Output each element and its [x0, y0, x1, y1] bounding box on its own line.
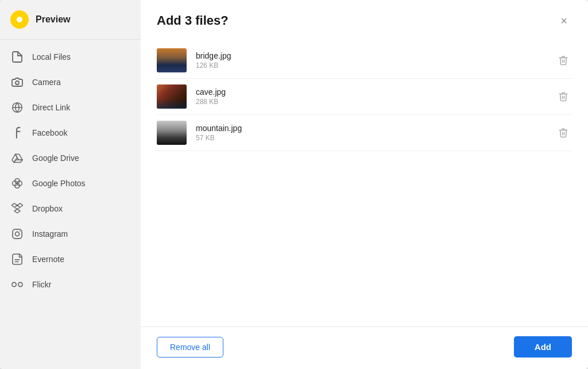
sidebar-header: Preview: [0, 0, 141, 40]
svg-marker-10: [14, 205, 20, 213]
sidebar-title: Preview: [36, 14, 70, 25]
file-item: cave.jpg 288 KB: [157, 79, 572, 115]
sidebar-item-dropbox[interactable]: Dropbox: [0, 196, 141, 221]
sidebar-item-label: Dropbox: [32, 204, 63, 213]
mountain-thumbnail-image: [157, 121, 187, 145]
bridge-thumbnail-image: [157, 48, 187, 72]
logo-dot: [17, 17, 22, 22]
sidebar-item-label: Facebook: [32, 128, 67, 137]
flickr-icon: [10, 278, 24, 291]
dialog: Preview Local Files: [0, 0, 588, 369]
svg-point-13: [20, 230, 21, 232]
sidebar-item-label: Flickr: [32, 280, 51, 289]
file-size: 288 KB: [196, 98, 548, 106]
file-list: bridge.jpg 126 KB: [141, 38, 588, 326]
sidebar-item-label: Google Drive: [32, 153, 79, 163]
file-info: cave.jpg 288 KB: [196, 87, 548, 106]
sidebar-item-local-files[interactable]: Local Files: [0, 44, 141, 70]
dialog-title: Add 3 files?: [157, 13, 229, 28]
svg-point-16: [12, 282, 16, 286]
google-drive-icon: [10, 151, 24, 165]
google-photos-icon: [10, 176, 24, 190]
sidebar-item-facebook[interactable]: Facebook: [0, 120, 141, 145]
file-thumbnail: [157, 48, 187, 72]
svg-point-17: [18, 282, 22, 286]
file-item: mountain.jpg 57 KB: [157, 115, 572, 151]
svg-rect-11: [13, 229, 22, 239]
delete-file-button[interactable]: [555, 88, 572, 105]
sidebar-item-instagram[interactable]: Instagram: [0, 221, 141, 247]
svg-marker-5: [14, 160, 22, 162]
file-name: cave.jpg: [196, 87, 548, 97]
sidebar-item-flickr[interactable]: Flickr: [0, 272, 141, 297]
file-info: mountain.jpg 57 KB: [196, 124, 548, 142]
cave-thumbnail-image: [157, 84, 187, 109]
instagram-icon: [10, 227, 24, 241]
sidebar-item-label: Local Files: [32, 52, 71, 62]
svg-point-0: [16, 81, 19, 84]
sidebar-item-label: Direct Link: [32, 103, 70, 112]
dropbox-icon: [10, 202, 24, 216]
sidebar-item-label: Camera: [32, 78, 61, 87]
delete-file-button[interactable]: [555, 52, 572, 69]
file-size: 57 KB: [196, 134, 548, 142]
camera-icon: [10, 75, 24, 89]
file-item: bridge.jpg 126 KB: [157, 43, 572, 79]
sidebar-item-google-drive[interactable]: Google Drive: [0, 145, 141, 171]
sidebar-item-direct-link[interactable]: Direct Link: [0, 95, 141, 120]
link-icon: [10, 101, 24, 114]
file-name: mountain.jpg: [196, 124, 548, 133]
sidebar-item-label: Instagram: [32, 229, 68, 239]
delete-file-button[interactable]: [555, 124, 572, 141]
trash-icon: [558, 55, 568, 66]
file-thumbnail: [157, 84, 187, 109]
trash-icon: [558, 128, 568, 138]
add-button[interactable]: Add: [514, 336, 572, 358]
file-name: bridge.jpg: [196, 51, 548, 60]
sidebar-item-label: Google Photos: [32, 179, 86, 188]
facebook-icon: [10, 126, 24, 140]
close-button[interactable]: ×: [556, 13, 572, 29]
dialog-footer: Remove all Add: [141, 326, 588, 369]
file-icon: [10, 50, 24, 64]
sidebar-nav: Local Files Camera: [0, 40, 141, 369]
sidebar-item-google-photos[interactable]: Google Photos: [0, 171, 141, 196]
remove-all-button[interactable]: Remove all: [157, 337, 223, 358]
file-size: 126 KB: [196, 62, 548, 70]
svg-point-12: [15, 232, 19, 236]
app-logo: [10, 10, 29, 29]
evernote-icon: [10, 252, 24, 266]
trash-icon: [558, 91, 568, 102]
sidebar-item-label: Evernote: [32, 255, 64, 264]
sidebar: Preview Local Files: [0, 0, 141, 369]
file-thumbnail: [157, 121, 187, 145]
sidebar-item-camera[interactable]: Camera: [0, 70, 141, 95]
file-info: bridge.jpg 126 KB: [196, 51, 548, 70]
main-panel: Add 3 files? × bridge.jpg 126 KB: [141, 0, 588, 369]
sidebar-item-evernote[interactable]: Evernote: [0, 247, 141, 272]
dialog-header: Add 3 files? ×: [141, 0, 588, 38]
